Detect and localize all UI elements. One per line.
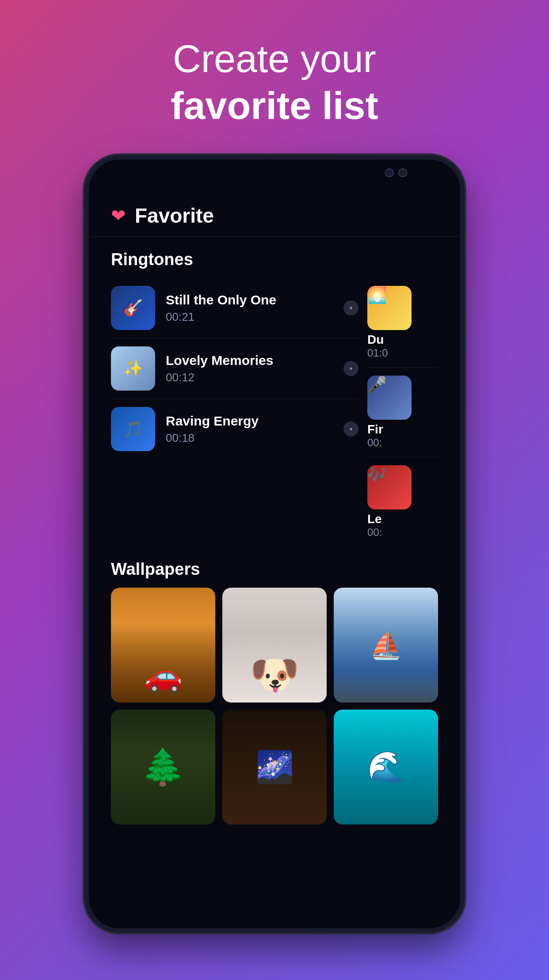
ringtone-thumb-3 bbox=[111, 407, 155, 451]
ringtone-right-duration-3: 00: bbox=[367, 526, 438, 539]
ringtone-info-3: Raving Energy 00:18 bbox=[166, 414, 339, 445]
wallpapers-section: Wallpapers bbox=[89, 547, 460, 824]
ringtone-right-row-1[interactable]: Du 01:0 bbox=[367, 278, 438, 368]
ringtone-info-1: Still the Only One 00:21 bbox=[166, 292, 339, 324]
screen-title: Favorite bbox=[135, 204, 214, 228]
headline-line2: favorite list bbox=[171, 82, 378, 129]
ringtones-section: Ringtones Still the Only One 00:21 bbox=[89, 237, 460, 547]
ringtone-row[interactable]: Raving Energy 00:18 bbox=[111, 399, 358, 459]
camera-lens-2 bbox=[398, 168, 407, 177]
ringtone-name-2: Lovely Memories bbox=[166, 353, 339, 368]
ringtone-row[interactable]: Lovely Memories 00:12 bbox=[111, 338, 358, 399]
ringtone-right-thumb-1 bbox=[367, 286, 412, 330]
ringtone-right-thumb-2 bbox=[367, 376, 412, 420]
more-button-1[interactable] bbox=[343, 300, 358, 315]
ringtone-info-2: Lovely Memories 00:12 bbox=[166, 353, 339, 384]
ringtone-thumb-2 bbox=[111, 346, 155, 391]
wallpaper-item-3[interactable] bbox=[334, 588, 438, 703]
ringtone-thumb-1 bbox=[111, 286, 155, 330]
ringtone-right-name-1: Du bbox=[367, 333, 438, 347]
phone-top-bar bbox=[89, 160, 460, 186]
ringtone-right-name-2: Fir bbox=[367, 422, 438, 437]
wallpaper-item-4[interactable] bbox=[111, 710, 215, 824]
headline: Create your favorite list bbox=[171, 35, 378, 129]
screen-header: ❤ Favorite bbox=[89, 186, 460, 237]
ringtone-right-duration-2: 00: bbox=[367, 437, 438, 449]
phone-shell: ❤ Favorite Ringtones Still the Only One … bbox=[84, 155, 465, 933]
ringtone-right-duration-1: 01:0 bbox=[367, 347, 438, 359]
ringtone-duration-1: 00:21 bbox=[166, 310, 339, 324]
camera-lens-1 bbox=[385, 168, 394, 177]
ringtone-right-thumb-3 bbox=[367, 465, 412, 509]
ringtone-right-row-2[interactable]: Fir 00: bbox=[367, 368, 438, 457]
more-button-3[interactable] bbox=[343, 422, 358, 437]
heart-icon: ❤ bbox=[111, 205, 126, 226]
ringtone-right-name-3: Le bbox=[367, 512, 438, 526]
ringtone-name-3: Raving Energy bbox=[166, 414, 339, 429]
ringtones-right-col: Du 01:0 Fir 00: Le 00: bbox=[358, 278, 438, 547]
wallpaper-item-1[interactable] bbox=[111, 588, 215, 703]
phone-screen: ❤ Favorite Ringtones Still the Only One … bbox=[89, 186, 460, 928]
ringtones-left-col: Still the Only One 00:21 Lovely Memories… bbox=[111, 278, 358, 547]
wallpaper-item-5[interactable] bbox=[222, 710, 327, 824]
ringtone-duration-3: 00:18 bbox=[166, 431, 339, 445]
ringtone-name-1: Still the Only One bbox=[166, 292, 339, 308]
ringtone-duration-2: 00:12 bbox=[166, 371, 339, 384]
more-button-2[interactable] bbox=[343, 361, 358, 376]
ringtones-label: Ringtones bbox=[111, 237, 438, 278]
ringtone-row[interactable]: Still the Only One 00:21 bbox=[111, 278, 358, 338]
camera-area bbox=[385, 168, 407, 177]
wallpaper-item-6[interactable] bbox=[334, 710, 438, 824]
ringtone-right-row-3[interactable]: Le 00: bbox=[367, 457, 438, 547]
ringtones-grid: Still the Only One 00:21 Lovely Memories… bbox=[111, 278, 438, 547]
headline-line1: Create your bbox=[171, 35, 378, 82]
wallpaper-item-2[interactable] bbox=[222, 588, 327, 703]
wallpapers-grid bbox=[111, 588, 438, 824]
wallpapers-label: Wallpapers bbox=[111, 547, 438, 588]
